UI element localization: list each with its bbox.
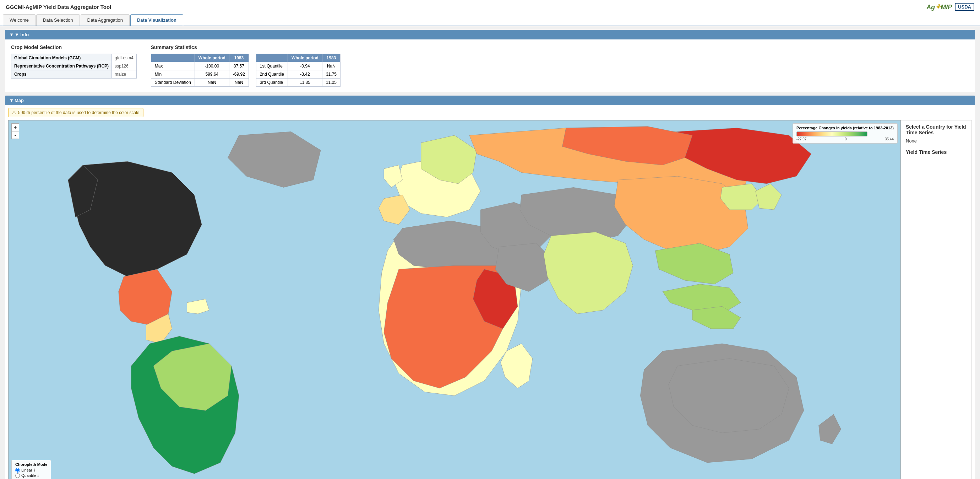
info-section-header[interactable]: ▼ ▼ Info bbox=[5, 30, 975, 40]
map-section-header[interactable]: ▼ Map bbox=[5, 96, 975, 105]
app-header: GGCMI-AgMIP Yield Data Aggregator Tool A… bbox=[0, 0, 980, 14]
usda-logo: USDA bbox=[955, 3, 974, 11]
gcm-label: Global Circulation Models (GCM) bbox=[11, 54, 112, 62]
quantile-info-icon[interactable]: ℹ bbox=[37, 473, 39, 478]
legend-mid-label: 0 bbox=[845, 137, 847, 141]
zoom-in-button[interactable]: + bbox=[11, 123, 19, 131]
crop-model-panel: Crop Model Selection Global Circulation … bbox=[11, 45, 137, 87]
legend-max-label: 35.44 bbox=[885, 137, 894, 141]
zoom-out-button[interactable]: - bbox=[11, 131, 19, 139]
stddev-whole: NaN bbox=[194, 78, 229, 87]
col-header-whole-period: Whole period bbox=[194, 54, 229, 62]
logo-area: Ag⚘MIP USDA bbox=[926, 3, 974, 11]
stats-table-2: Whole period 1983 1st Quantile -0.94 NaN bbox=[256, 54, 340, 87]
info-body: Crop Model Selection Global Circulation … bbox=[11, 45, 969, 87]
table-row: Max -100.00 87.57 bbox=[151, 62, 248, 70]
col-header-whole-period2: Whole period bbox=[288, 54, 322, 62]
app-title: GGCMI-AgMIP Yield Data Aggregator Tool bbox=[6, 4, 111, 10]
tab-data-aggregation[interactable]: Data Aggregation bbox=[81, 14, 130, 26]
crop-model-table: Global Circulation Models (GCM) gfdl-esm… bbox=[11, 54, 137, 78]
stats-table-1: Whole period 1983 Max -100.00 87.57 bbox=[151, 54, 249, 87]
info-section-body: Crop Model Selection Global Circulation … bbox=[5, 40, 975, 92]
linear-radio[interactable] bbox=[15, 468, 20, 473]
info-header-label: ▼ Info bbox=[14, 32, 29, 37]
agmip-logo: Ag⚘MIP bbox=[926, 3, 952, 11]
max-whole: -100.00 bbox=[194, 62, 229, 70]
choropleth-mode-panel: Choropleth Mode Linear ℹ Quantile ℹ bbox=[11, 460, 51, 479]
map-container: + - bbox=[8, 120, 972, 479]
min-label: Min bbox=[151, 70, 194, 78]
main-content: ▼ ▼ Info Crop Model Selection Global Cir… bbox=[0, 26, 980, 479]
yield-ts-title: Yield Time Series bbox=[906, 149, 967, 155]
q1-whole: -0.94 bbox=[288, 62, 322, 70]
tab-data-visualization[interactable]: Data Visualization bbox=[130, 14, 183, 26]
rcp-label: Representative Concentration Pathways (R… bbox=[11, 62, 112, 70]
tab-bar: Welcome Data Selection Data Aggregation … bbox=[0, 14, 980, 26]
q2-1983: 31.75 bbox=[322, 70, 340, 78]
col-header-1983-2: 1983 bbox=[322, 54, 340, 62]
map-section: ▼ Map ⚠ 5-95th percentile of the data is… bbox=[5, 96, 975, 479]
min-1983: -69.92 bbox=[229, 70, 248, 78]
table-row: 2nd Quantile -3.42 31.75 bbox=[256, 70, 340, 78]
map-notice: ⚠ 5-95th percentile of the data is used … bbox=[8, 108, 143, 117]
q3-label: 3rd Quantile bbox=[256, 78, 288, 87]
q1-label: 1st Quantile bbox=[256, 62, 288, 70]
q3-1983: 11.05 bbox=[322, 78, 340, 87]
map-area[interactable]: + - bbox=[8, 120, 901, 479]
stddev-label: Standard Deviation bbox=[151, 78, 194, 87]
col-header-empty2 bbox=[256, 54, 288, 62]
q2-whole: -3.42 bbox=[288, 70, 322, 78]
table-row: Representative Concentration Pathways (R… bbox=[11, 62, 137, 70]
tab-data-selection[interactable]: Data Selection bbox=[36, 14, 80, 26]
tab-welcome[interactable]: Welcome bbox=[3, 14, 35, 26]
crop-model-title: Crop Model Selection bbox=[11, 45, 137, 50]
q2-label: 2nd Quantile bbox=[256, 70, 288, 78]
linear-option-row: Linear ℹ bbox=[15, 468, 47, 473]
legend-min-label: -27.97 bbox=[796, 137, 807, 141]
map-zoom-controls: + - bbox=[11, 123, 19, 139]
info-section: ▼ ▼ Info Crop Model Selection Global Cir… bbox=[5, 30, 975, 92]
min-whole: 599.64 bbox=[194, 70, 229, 78]
quantile-option-row: Quantile ℹ bbox=[15, 473, 47, 478]
table-row: Crops maize bbox=[11, 70, 137, 78]
map-legend: Percentage Changes in yields (relative t… bbox=[792, 123, 897, 144]
crops-value: maize bbox=[112, 70, 137, 78]
table-row: Min 599.64 -69.92 bbox=[151, 70, 248, 78]
notice-icon: ⚠ bbox=[12, 110, 16, 115]
table-row: Standard Deviation NaN NaN bbox=[151, 78, 248, 87]
notice-text: 5-95th percentile of the data is used to… bbox=[18, 110, 140, 115]
summary-stats-title: Summary Statistics bbox=[151, 45, 340, 50]
choropleth-mode-title: Choropleth Mode bbox=[15, 462, 47, 466]
map-header-label: Map bbox=[14, 98, 24, 103]
quantile-label: Quantile bbox=[21, 473, 36, 477]
legend-bar bbox=[796, 131, 867, 136]
map-arrow-icon: ▼ bbox=[9, 98, 14, 103]
table-row: 1st Quantile -0.94 NaN bbox=[256, 62, 340, 70]
world-map-svg bbox=[8, 120, 900, 479]
rcp-value: ssp126 bbox=[112, 62, 137, 70]
crops-label: Crops bbox=[11, 70, 112, 78]
q1-1983: NaN bbox=[322, 62, 340, 70]
map-section-body: ⚠ 5-95th percentile of the data is used … bbox=[5, 105, 975, 479]
col-header-empty bbox=[151, 54, 194, 62]
col-header-1983: 1983 bbox=[229, 54, 248, 62]
summary-stats-wrapper: Whole period 1983 Max -100.00 87.57 bbox=[151, 54, 340, 87]
stddev-1983: NaN bbox=[229, 78, 248, 87]
linear-info-icon[interactable]: ℹ bbox=[34, 468, 35, 473]
map-right-panel: Select a Country for Yield Time Series N… bbox=[901, 120, 972, 479]
max-1983: 87.57 bbox=[229, 62, 248, 70]
table-row: 3rd Quantile 11.35 11.05 bbox=[256, 78, 340, 87]
info-arrow-icon: ▼ bbox=[9, 32, 14, 37]
q3-whole: 11.35 bbox=[288, 78, 322, 87]
max-label: Max bbox=[151, 62, 194, 70]
gcm-value: gfdl-esm4 bbox=[112, 54, 137, 62]
country-select-title: Select a Country for Yield Time Series bbox=[906, 124, 967, 136]
summary-stats-panel: Summary Statistics Whole period 1983 bbox=[151, 45, 340, 87]
legend-labels: -27.97 0 35.44 bbox=[796, 137, 894, 141]
country-none-value: None bbox=[906, 138, 967, 144]
linear-label: Linear bbox=[21, 468, 32, 472]
table-row: Global Circulation Models (GCM) gfdl-esm… bbox=[11, 54, 137, 62]
quantile-radio[interactable] bbox=[15, 473, 20, 478]
legend-title: Percentage Changes in yields (relative t… bbox=[796, 126, 894, 130]
